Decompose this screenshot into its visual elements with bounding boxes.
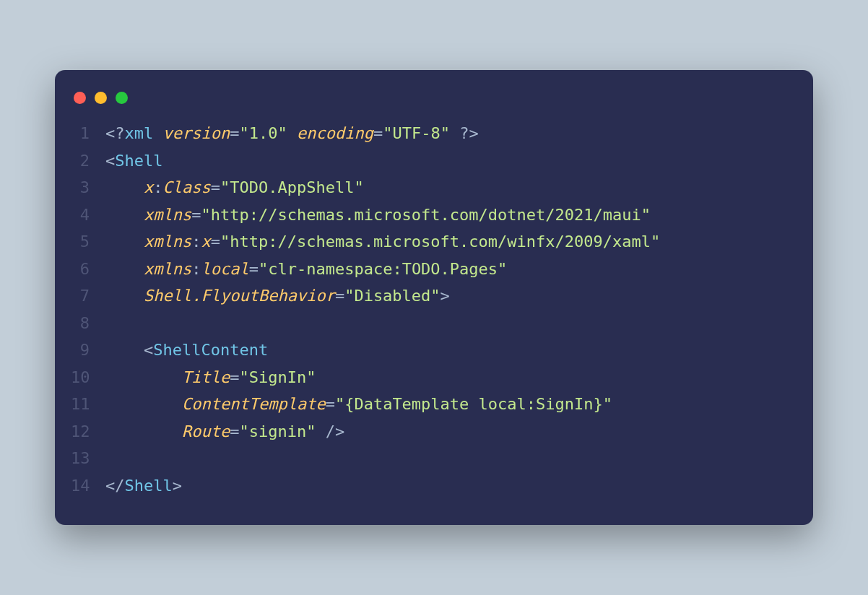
window-controls — [55, 87, 813, 120]
maximize-icon[interactable] — [116, 92, 128, 104]
close-icon[interactable] — [74, 92, 86, 104]
code-content: <Shell — [105, 147, 797, 175]
code-content: ContentTemplate="{DataTemplate local:Sig… — [105, 391, 797, 418]
code-line: 12 Route="signin" /> — [71, 418, 797, 446]
code-content: <ShellContent — [105, 336, 797, 364]
code-content — [105, 445, 797, 472]
code-content: <?xml version="1.0" encoding="UTF-8" ?> — [105, 120, 797, 147]
code-line: 7 Shell.FlyoutBehavior="Disabled"> — [71, 282, 797, 310]
line-number: 8 — [71, 310, 105, 337]
code-content: </Shell> — [105, 472, 797, 500]
code-line: 13 — [71, 445, 797, 472]
editor-window: 1 <?xml version="1.0" encoding="UTF-8" ?… — [55, 70, 813, 525]
code-content: x:Class="TODO.AppShell" — [105, 174, 797, 201]
code-line: 8 — [71, 310, 797, 337]
minimize-icon[interactable] — [95, 92, 107, 104]
code-content: Route="signin" /> — [105, 418, 797, 446]
line-number: 11 — [71, 391, 105, 418]
code-content — [105, 310, 797, 337]
line-number: 10 — [71, 364, 105, 391]
code-line: 14 </Shell> — [71, 472, 797, 500]
code-line: 9 <ShellContent — [71, 336, 797, 364]
line-number: 4 — [71, 201, 105, 229]
code-line: 4 xmlns="http://schemas.microsoft.com/do… — [71, 201, 797, 229]
line-number: 6 — [71, 256, 105, 283]
code-line: 11 ContentTemplate="{DataTemplate local:… — [71, 391, 797, 418]
code-content: xmlns:local="clr-namespace:TODO.Pages" — [105, 256, 797, 283]
code-line: 10 Title="SignIn" — [71, 364, 797, 391]
line-number: 9 — [71, 336, 105, 364]
code-line: 5 xmlns:x="http://schemas.microsoft.com/… — [71, 228, 797, 256]
line-number: 5 — [71, 228, 105, 256]
code-line: 6 xmlns:local="clr-namespace:TODO.Pages" — [71, 256, 797, 283]
code-line: 2 <Shell — [71, 147, 797, 175]
code-content: xmlns="http://schemas.microsoft.com/dotn… — [105, 201, 797, 229]
code-content: Shell.FlyoutBehavior="Disabled"> — [105, 282, 797, 310]
code-content: Title="SignIn" — [105, 364, 797, 391]
code-editor[interactable]: 1 <?xml version="1.0" encoding="UTF-8" ?… — [55, 120, 813, 499]
line-number: 7 — [71, 282, 105, 310]
line-number: 1 — [71, 120, 105, 147]
code-line: 3 x:Class="TODO.AppShell" — [71, 174, 797, 201]
line-number: 2 — [71, 147, 105, 175]
code-line: 1 <?xml version="1.0" encoding="UTF-8" ?… — [71, 120, 797, 147]
line-number: 12 — [71, 418, 105, 446]
line-number: 3 — [71, 174, 105, 201]
line-number: 13 — [71, 445, 105, 472]
line-number: 14 — [71, 472, 105, 500]
code-content: xmlns:x="http://schemas.microsoft.com/wi… — [105, 228, 797, 256]
